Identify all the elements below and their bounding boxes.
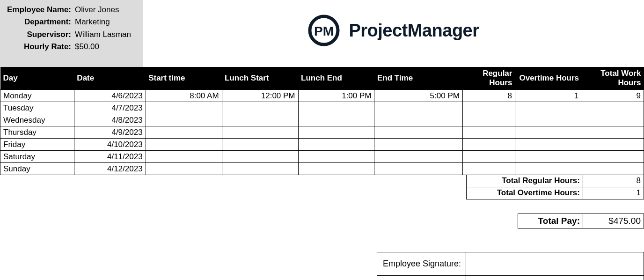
timesheet-table: Day Date Start time Lunch Start Lunch En… bbox=[0, 67, 644, 175]
date-cell[interactable]: 4/11/2023 bbox=[74, 151, 146, 163]
supervisor-signature-label: Supervisor Signature: bbox=[377, 276, 466, 280]
overtime-hours-cell[interactable] bbox=[515, 163, 582, 175]
regular-hours-cell[interactable] bbox=[462, 102, 515, 114]
lunch-start-cell[interactable]: 12:00 PM bbox=[222, 90, 298, 102]
overtime-hours-cell[interactable] bbox=[515, 139, 582, 151]
day-cell: Thursday bbox=[0, 126, 74, 139]
end-time-cell[interactable] bbox=[374, 102, 462, 114]
lunch-end-cell[interactable] bbox=[298, 151, 374, 163]
end-time-cell[interactable] bbox=[374, 151, 462, 163]
brand-block: PM ProjectManager bbox=[143, 0, 644, 47]
lunch-start-cell[interactable] bbox=[222, 126, 298, 139]
lunch-end-cell[interactable] bbox=[298, 126, 374, 139]
lunch-start-cell[interactable] bbox=[222, 114, 298, 126]
date-cell[interactable]: 4/12/2023 bbox=[74, 163, 146, 175]
pm-logo-icon: PM bbox=[307, 14, 340, 47]
date-cell[interactable]: 4/8/2023 bbox=[74, 114, 146, 126]
start-time-cell[interactable]: 8:00 AM bbox=[146, 90, 222, 102]
day-cell: Sunday bbox=[0, 163, 74, 175]
employee-signature-field[interactable] bbox=[466, 252, 644, 276]
lunch-end-cell[interactable] bbox=[298, 102, 374, 114]
col-end-time: End Time bbox=[374, 67, 462, 90]
day-cell: Friday bbox=[0, 139, 74, 151]
svg-text:PM: PM bbox=[314, 24, 334, 38]
col-lunch-end: Lunch End bbox=[298, 67, 374, 90]
end-time-cell[interactable] bbox=[374, 114, 462, 126]
table-row: Sunday4/12/2023 bbox=[0, 163, 644, 175]
employee-signature-label: Employee Signature: bbox=[377, 252, 466, 276]
start-time-cell[interactable] bbox=[146, 151, 222, 163]
table-row: Thursday4/9/2023 bbox=[0, 126, 644, 139]
end-time-cell[interactable] bbox=[374, 163, 462, 175]
overtime-hours-cell[interactable] bbox=[515, 102, 582, 114]
overtime-hours-cell[interactable] bbox=[515, 126, 582, 139]
table-row: Tuesday4/7/2023 bbox=[0, 102, 644, 114]
col-start-time: Start time bbox=[146, 67, 222, 90]
regular-hours-cell[interactable]: 8 bbox=[462, 90, 515, 102]
table-row: Saturday4/11/2023 bbox=[0, 151, 644, 163]
start-time-cell[interactable] bbox=[146, 163, 222, 175]
table-row: Monday4/6/20238:00 AM12:00 PM1:00 PM5:00… bbox=[0, 90, 644, 102]
lunch-start-cell[interactable] bbox=[222, 102, 298, 114]
overtime-hours-cell[interactable]: 1 bbox=[515, 90, 582, 102]
total-hours-cell[interactable] bbox=[582, 151, 644, 163]
total-hours-cell[interactable] bbox=[582, 139, 644, 151]
regular-hours-cell[interactable] bbox=[462, 114, 515, 126]
day-cell: Monday bbox=[0, 90, 74, 102]
hourly-rate-value: $50.00 bbox=[75, 41, 138, 53]
total-hours-cell[interactable] bbox=[582, 126, 644, 139]
regular-hours-cell[interactable] bbox=[462, 163, 515, 175]
hourly-rate-label: Hourly Rate: bbox=[5, 41, 75, 53]
lunch-end-cell[interactable] bbox=[298, 139, 374, 151]
overtime-hours-cell[interactable] bbox=[515, 114, 582, 126]
supervisor-value: William Lasman bbox=[75, 29, 138, 41]
total-hours-cell[interactable] bbox=[582, 102, 644, 114]
end-time-cell[interactable]: 5:00 PM bbox=[374, 90, 462, 102]
brand-name: ProjectManager bbox=[349, 21, 479, 41]
total-regular-hours-label: Total Regular Hours: bbox=[466, 175, 583, 187]
lunch-end-cell[interactable]: 1:00 PM bbox=[298, 90, 374, 102]
total-overtime-hours-label: Total Overtime Hours: bbox=[466, 187, 583, 199]
overtime-hours-cell[interactable] bbox=[515, 151, 582, 163]
lunch-start-cell[interactable] bbox=[222, 139, 298, 151]
date-cell[interactable]: 4/6/2023 bbox=[74, 90, 146, 102]
total-pay-value: $475.00 bbox=[583, 214, 644, 228]
end-time-cell[interactable] bbox=[374, 126, 462, 139]
supervisor-label: Supervisor: bbox=[5, 29, 75, 41]
start-time-cell[interactable] bbox=[146, 114, 222, 126]
lunch-end-cell[interactable] bbox=[298, 114, 374, 126]
regular-hours-cell[interactable] bbox=[462, 151, 515, 163]
employee-info-block: Employee Name: Oliver Jones Department: … bbox=[0, 0, 143, 67]
signature-table: Employee Signature: Supervisor Signature… bbox=[377, 252, 644, 280]
day-cell: Saturday bbox=[0, 151, 74, 163]
day-cell: Tuesday bbox=[0, 102, 74, 114]
total-hours-cell[interactable]: 9 bbox=[582, 90, 644, 102]
table-row: Friday4/10/2023 bbox=[0, 139, 644, 151]
supervisor-signature-field[interactable] bbox=[466, 276, 644, 280]
total-hours-cell[interactable] bbox=[582, 163, 644, 175]
start-time-cell[interactable] bbox=[146, 139, 222, 151]
date-cell[interactable]: 4/7/2023 bbox=[74, 102, 146, 114]
total-regular-hours-value: 8 bbox=[583, 175, 644, 187]
total-pay-label: Total Pay: bbox=[518, 214, 583, 228]
date-cell[interactable]: 4/10/2023 bbox=[74, 139, 146, 151]
lunch-start-cell[interactable] bbox=[222, 151, 298, 163]
end-time-cell[interactable] bbox=[374, 139, 462, 151]
employee-name-value: Oliver Jones bbox=[75, 4, 138, 16]
date-cell[interactable]: 4/9/2023 bbox=[74, 126, 146, 139]
regular-hours-cell[interactable] bbox=[462, 126, 515, 139]
start-time-cell[interactable] bbox=[146, 102, 222, 114]
col-overtime-hours: Overtime Hours bbox=[515, 67, 582, 90]
col-day: Day bbox=[0, 67, 74, 90]
regular-hours-cell[interactable] bbox=[462, 139, 515, 151]
table-row: Wednesday4/8/2023 bbox=[0, 114, 644, 126]
col-date: Date bbox=[74, 67, 146, 90]
col-regular-hours: Regular Hours bbox=[462, 67, 515, 90]
lunch-end-cell[interactable] bbox=[298, 163, 374, 175]
department-label: Department: bbox=[5, 16, 75, 28]
employee-name-label: Employee Name: bbox=[5, 4, 75, 16]
lunch-start-cell[interactable] bbox=[222, 163, 298, 175]
start-time-cell[interactable] bbox=[146, 126, 222, 139]
day-cell: Wednesday bbox=[0, 114, 74, 126]
total-hours-cell[interactable] bbox=[582, 114, 644, 126]
